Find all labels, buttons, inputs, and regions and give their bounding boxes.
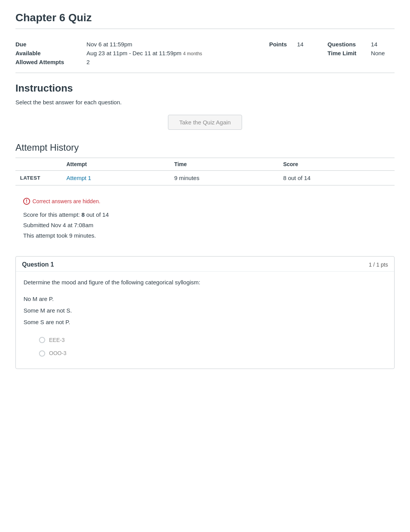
submitted-line: Submitted Nov 4 at 7:08am [23, 220, 387, 230]
radio-circle-1 [39, 337, 45, 343]
questions-value: 14 [371, 40, 395, 49]
take-quiz-button[interactable]: Take the Quiz Again [168, 115, 242, 130]
attempt-history-title: Attempt History [15, 142, 395, 153]
instructions-text: Select the best answer for each question… [15, 99, 395, 105]
score-line: Score for this attempt: 8 out of 14 [23, 209, 387, 220]
available-label: Available [15, 49, 86, 58]
attempt-time: 9 minutes [169, 171, 278, 185]
page-title: Chapter 6 Quiz [15, 12, 395, 29]
score-label: Score for this attempt: [23, 211, 80, 218]
warning-icon: ! [23, 198, 30, 205]
syllogism-lines: No M are P. Some M are not S. Some S are… [24, 293, 386, 328]
col-header-attempt: Attempt [62, 158, 169, 171]
answer-option-2-value: OOO-3 [49, 349, 66, 357]
answer-option-2[interactable]: OOO-3 [39, 349, 386, 357]
question-1-title: Question 1 [22, 261, 54, 268]
attempt-score: 8 out of 14 [278, 171, 395, 185]
instructions-section: Instructions Select the best answer for … [15, 82, 395, 105]
score-value: 8 [81, 211, 85, 218]
latest-label: LATEST [15, 171, 62, 185]
syllogism-line-3: Some S are not P. [24, 316, 386, 328]
points-value: 14 [297, 40, 327, 49]
score-total: out of 14 [86, 211, 108, 218]
time-limit-label: Time Limit [327, 49, 371, 58]
question-1-points: 1 / 1 pts [369, 262, 388, 268]
time-limit-value: None [371, 49, 395, 58]
allowed-attempts-value: 2 [86, 58, 269, 66]
col-header-time: Time [169, 158, 278, 171]
duration-line: This attempt took 9 minutes. [23, 230, 387, 241]
correct-answers-hidden-notice: ! Correct answers are hidden. [23, 198, 387, 205]
due-value: Nov 6 at 11:59pm [86, 40, 269, 49]
instructions-title: Instructions [15, 82, 395, 94]
answer-option-1[interactable]: EEE-3 [39, 336, 386, 344]
syllogism-line-2: Some M are not S. [24, 305, 386, 316]
due-label: Due [15, 40, 86, 49]
question-1-text: Determine the mood and figure of the fol… [24, 278, 386, 287]
questions-label: Questions [327, 40, 371, 49]
allowed-attempts-label: Allowed Attempts [15, 58, 86, 66]
available-suffix: 4 months [183, 51, 202, 56]
take-quiz-button-wrap: Take the Quiz Again [15, 115, 395, 130]
correct-answers-hidden-text: Correct answers are hidden. [32, 198, 100, 204]
question-1-body: Determine the mood and figure of the fol… [16, 272, 394, 369]
radio-circle-2 [39, 350, 45, 357]
attempt-history-table: Attempt Time Score LATEST Attempt 1 9 mi… [15, 158, 395, 185]
attempt-score-info: Score for this attempt: 8 out of 14 Subm… [23, 209, 387, 241]
question-1-section: Question 1 1 / 1 pts Determine the mood … [15, 256, 395, 369]
points-label: Points [269, 40, 297, 49]
quiz-meta: Due Nov 6 at 11:59pm Points 14 Questions… [15, 35, 395, 73]
attempt-link[interactable]: Attempt 1 [66, 175, 91, 181]
col-header-score: Score [278, 158, 395, 171]
available-value: Aug 23 at 11pm - Dec 11 at 11:59pm 4 mon… [86, 49, 269, 58]
answer-option-1-value: EEE-3 [49, 336, 64, 344]
question-1-header: Question 1 1 / 1 pts [16, 257, 394, 272]
syllogism-line-1: No M are P. [24, 293, 386, 305]
col-header-empty [15, 158, 62, 171]
table-row: LATEST Attempt 1 9 minutes 8 out of 14 [15, 171, 395, 185]
answer-options: EEE-3 OOO-3 [24, 336, 386, 358]
attempt-link-cell[interactable]: Attempt 1 [62, 171, 169, 185]
attempt-details: ! Correct answers are hidden. Score for … [15, 192, 395, 247]
